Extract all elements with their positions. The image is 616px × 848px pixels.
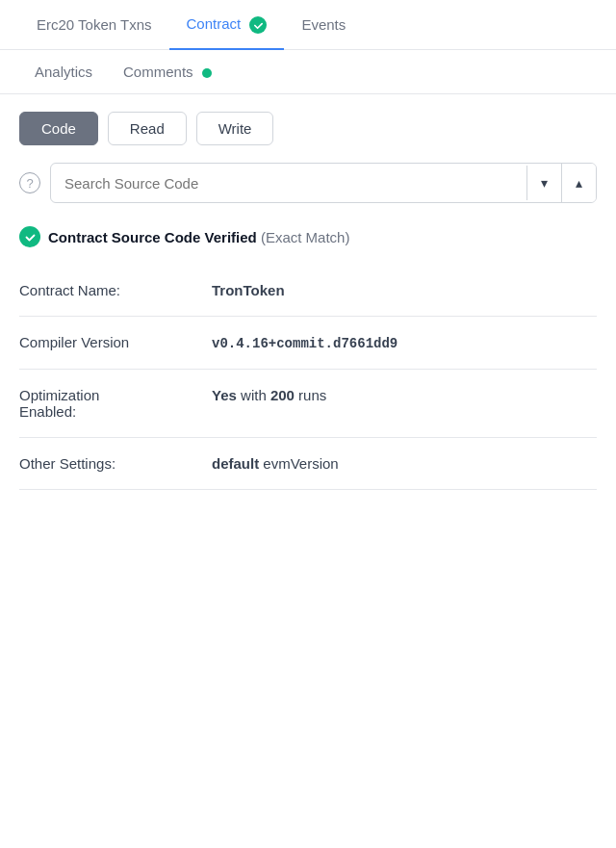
main-container: Erc20 Token Txns Contract Events Analyti… bbox=[0, 0, 616, 490]
code-button[interactable]: Code bbox=[19, 112, 98, 145]
tab-contract[interactable]: Contract bbox=[169, 0, 285, 49]
contract-name-value: TronToken bbox=[212, 282, 285, 298]
search-container: ▾ ▴ bbox=[50, 163, 597, 203]
tab-contract-label: Contract bbox=[187, 15, 242, 32]
info-row-compiler: Compiler Version v0.4.16+commit.d7661dd9 bbox=[19, 317, 597, 370]
write-button[interactable]: Write bbox=[196, 112, 274, 145]
other-settings-value: default evmVersion bbox=[212, 455, 339, 472]
info-table: Contract Name: TronToken Compiler Versio… bbox=[0, 265, 616, 490]
verified-badge-icon bbox=[19, 226, 40, 247]
exact-match-text: (Exact Match) bbox=[257, 229, 350, 245]
compiler-label: Compiler Version bbox=[19, 334, 212, 350]
tab-erc20-label: Erc20 Token Txns bbox=[37, 16, 152, 33]
tab-analytics-label: Analytics bbox=[35, 64, 92, 80]
tab-events-label: Events bbox=[301, 16, 346, 33]
search-input[interactable] bbox=[51, 166, 526, 201]
info-row-contract-name: Contract Name: TronToken bbox=[19, 265, 597, 317]
read-button[interactable]: Read bbox=[108, 112, 187, 145]
help-icon[interactable]: ? bbox=[19, 172, 40, 193]
tab-analytics[interactable]: Analytics bbox=[19, 50, 108, 93]
optimization-label: OptimizationEnabled: bbox=[19, 387, 212, 420]
other-settings-label: Other Settings: bbox=[19, 455, 212, 472]
chevron-up-button[interactable]: ▴ bbox=[561, 164, 596, 202]
contract-verified-icon bbox=[249, 16, 267, 34]
verified-text-bold: Contract Source Code Verified bbox=[48, 229, 257, 245]
info-row-optimization: OptimizationEnabled: Yes with 200 runs bbox=[19, 370, 597, 438]
tab-comments[interactable]: Comments bbox=[108, 50, 227, 93]
comments-dot bbox=[202, 68, 212, 78]
verified-text: Contract Source Code Verified (Exact Mat… bbox=[48, 229, 349, 245]
tab-erc20[interactable]: Erc20 Token Txns bbox=[19, 1, 169, 48]
chevron-down-icon: ▾ bbox=[541, 175, 548, 191]
verified-row: Contract Source Code Verified (Exact Mat… bbox=[0, 218, 616, 265]
optimization-value: Yes with 200 runs bbox=[212, 387, 326, 403]
chevron-up-icon: ▴ bbox=[576, 175, 582, 191]
other-settings-default: default bbox=[212, 455, 259, 472]
chevron-down-button[interactable]: ▾ bbox=[527, 164, 561, 202]
tab-events[interactable]: Events bbox=[284, 1, 363, 48]
optimization-runs: 200 bbox=[270, 387, 295, 403]
search-row: ? ▾ ▴ bbox=[0, 159, 616, 218]
info-row-other-settings: Other Settings: default evmVersion bbox=[19, 438, 597, 490]
code-button-group: Code Read Write bbox=[0, 94, 616, 159]
compiler-value-text: v0.4.16+commit.d7661dd9 bbox=[212, 336, 398, 351]
tab-comments-label: Comments bbox=[123, 64, 193, 80]
contract-name-label: Contract Name: bbox=[19, 282, 212, 298]
tab-row-second: Analytics Comments bbox=[0, 50, 616, 94]
optimization-yes: Yes bbox=[212, 387, 237, 403]
compiler-value: v0.4.16+commit.d7661dd9 bbox=[212, 334, 398, 351]
tab-row-top: Erc20 Token Txns Contract Events bbox=[0, 0, 616, 50]
contract-name-value-text: TronToken bbox=[212, 282, 285, 298]
